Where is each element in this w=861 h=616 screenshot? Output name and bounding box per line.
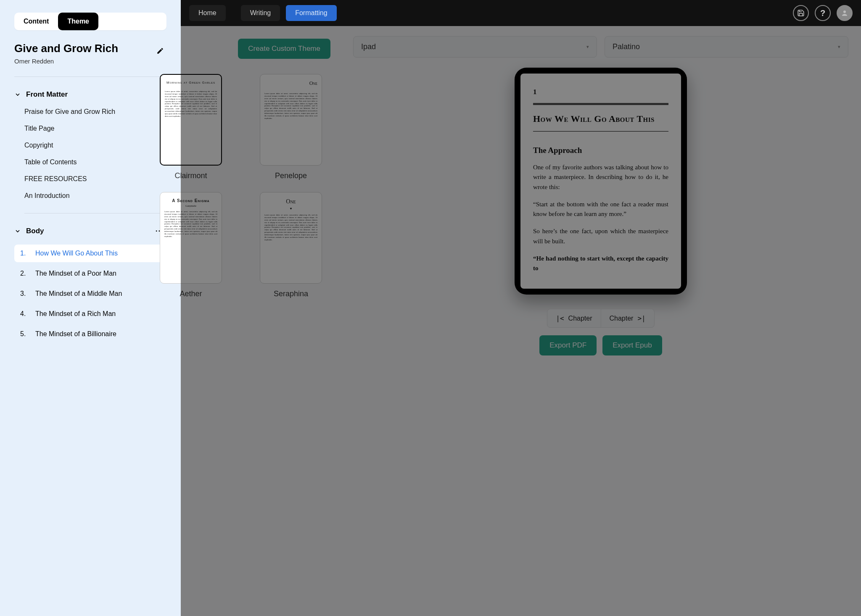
chevron-last-icon: >|	[637, 314, 645, 322]
chapter-nav: |< Chapter Chapter >|	[353, 309, 848, 328]
chevron-down-icon	[14, 91, 21, 98]
preview-section-title: The Approach	[533, 146, 668, 155]
chapter-number: 2.	[20, 270, 28, 277]
export-epub-button[interactable]: Export Epub	[602, 335, 662, 355]
preview-paragraph: So here’s the one fact, upon which the m…	[533, 226, 668, 246]
edit-title-button[interactable]	[154, 45, 166, 58]
chapter-number: 5.	[20, 330, 28, 338]
sidebar-item-chapter[interactable]: 4. The Mindset of a Rich Man	[14, 305, 164, 323]
question-icon: ?	[820, 8, 825, 18]
prev-chapter-button[interactable]: |< Chapter	[547, 309, 601, 328]
next-chapter-label: Chapter	[610, 315, 634, 322]
preview-paragraph: “He had nothing to start with, except th…	[533, 254, 668, 274]
themes-panel: Create Custom Theme Morning at Green Gab…	[181, 26, 341, 616]
help-button[interactable]: ?	[815, 5, 831, 21]
preview-chapter-number: 1	[533, 88, 668, 96]
theme-label: Penelope	[275, 171, 307, 180]
sidebar-item-chapter[interactable]: 5. The Mindset of a Billionaire	[14, 325, 164, 343]
preview-page: 1 How We Will Go About This The Approach…	[520, 74, 681, 289]
pencil-icon	[156, 47, 164, 55]
chapter-number: 3.	[20, 290, 28, 297]
thumb-body: Lorem ipsum dolor sit amet, consectetur …	[164, 211, 217, 238]
svg-point-0	[843, 11, 846, 13]
device-value: Ipad	[361, 42, 376, 51]
theme-card-clairmont[interactable]: Morning at Green Gables Lorem ipsum dolo…	[140, 74, 241, 180]
user-icon	[841, 9, 848, 17]
sidebar-tabs: Content Theme	[14, 13, 166, 30]
thumb-body: Lorem ipsum dolor sit amet, consectetur …	[165, 90, 217, 118]
theme-label: Clairmont	[174, 171, 207, 180]
next-chapter-button[interactable]: Chapter >|	[601, 309, 655, 328]
theme-label: Seraphina	[274, 290, 308, 298]
device-select[interactable]: Ipad ▾	[353, 36, 597, 58]
nav-writing[interactable]: Writing	[241, 5, 280, 21]
account-button[interactable]	[837, 5, 853, 21]
save-icon	[797, 9, 805, 17]
thumb-subtitle: Ganymede	[185, 205, 196, 207]
theme-label: Aether	[180, 290, 202, 298]
heart-icon: ♥	[290, 207, 292, 211]
prev-chapter-label: Chapter	[568, 315, 592, 322]
theme-card-penelope[interactable]: One Lorem ipsum dolor sit amet, consecte…	[251, 74, 330, 180]
chapter-title: The Mindset of a Poor Man	[35, 270, 116, 277]
nav-formatting[interactable]: Formatting	[286, 5, 336, 21]
save-button[interactable]	[793, 5, 809, 21]
thumb-title: One	[286, 198, 296, 205]
thumb-body: Lorem ipsum dolor sit amet, consectetur …	[264, 92, 317, 120]
preview-paragraph: One of my favorite authors was talking a…	[533, 163, 668, 192]
chapter-title: The Mindset of a Rich Man	[35, 310, 116, 318]
thumb-title: One	[309, 80, 317, 87]
theme-grid: Morning at Green Gables Lorem ipsum dolo…	[140, 74, 330, 298]
thumb-title: A Second Enigma	[172, 198, 209, 203]
chapter-number: 4.	[20, 310, 28, 318]
theme-card-seraphina[interactable]: One ♥ Lorem ipsum dolor sit amet, consec…	[251, 192, 330, 298]
book-title: Give and Grow Rich	[14, 42, 118, 55]
chevron-down-icon: ▾	[838, 44, 840, 50]
export-pdf-button[interactable]: Export PDF	[539, 335, 597, 355]
chapter-title: The Mindset of a Middle Man	[35, 290, 122, 297]
thumb-body: Lorem ipsum dolor sit amet, consectetur …	[264, 214, 317, 241]
export-row: Export PDF Export Epub	[353, 335, 848, 355]
preview-panel: Ipad ▾ Palatino ▾ 1 How We Will Go About…	[341, 26, 861, 616]
thumb-title: Morning at Green Gables	[166, 81, 215, 84]
font-select[interactable]: Palatino ▾	[605, 36, 848, 58]
divider	[533, 131, 668, 132]
chapter-title: How We Will Go About This	[35, 250, 118, 257]
chapter-title: The Mindset of a Billionaire	[35, 330, 116, 338]
nav-home[interactable]: Home	[189, 5, 226, 21]
tab-theme[interactable]: Theme	[58, 13, 98, 30]
chevron-first-icon: |<	[556, 314, 564, 322]
section-label: Body	[26, 227, 44, 235]
topbar: Home Writing Formatting ?	[181, 0, 861, 26]
tab-content[interactable]: Content	[14, 13, 58, 30]
chevron-down-icon	[14, 228, 21, 234]
device-preview: 1 How We Will Go About This The Approach…	[515, 68, 687, 295]
preview-chapter-title: How We Will Go About This	[533, 113, 668, 124]
chevron-down-icon: ▾	[586, 44, 589, 50]
chapter-number: 1.	[20, 250, 28, 257]
font-value: Palatino	[613, 42, 640, 51]
book-author: Omer Redden	[14, 58, 118, 65]
preview-paragraph: “Start at the bottom with the one fact a…	[533, 200, 668, 219]
section-label: Front Matter	[26, 90, 68, 99]
create-theme-button[interactable]: Create Custom Theme	[238, 39, 330, 59]
divider	[533, 103, 668, 105]
theme-card-aether[interactable]: A Second Enigma Ganymede Lorem ipsum dol…	[140, 192, 241, 298]
